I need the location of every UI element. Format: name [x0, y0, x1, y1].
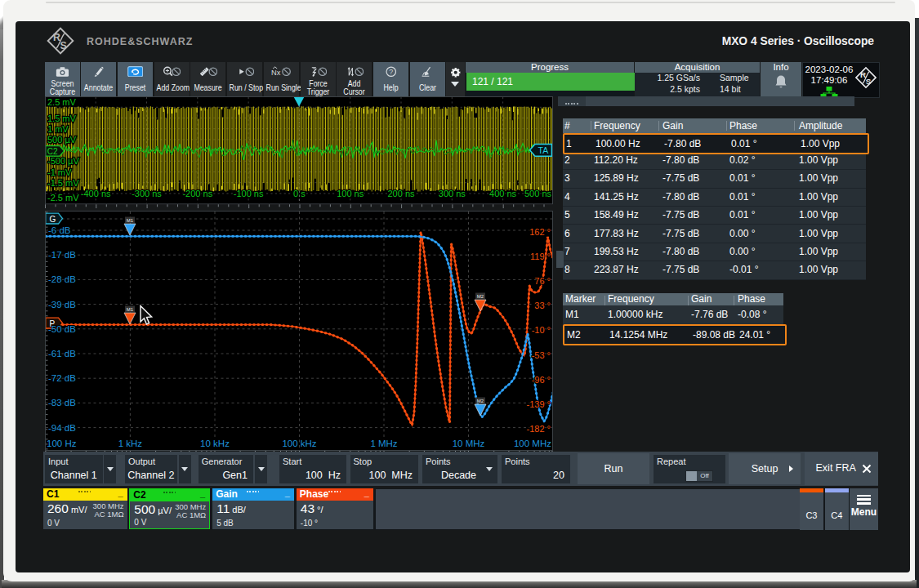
svg-text:-72 dB: -72 dB: [48, 373, 76, 383]
svg-text:400 ns: 400 ns: [489, 189, 517, 198]
svg-text:1 MHz: 1 MHz: [370, 439, 397, 448]
svg-text:500 ns: 500 ns: [524, 189, 552, 198]
svg-text:2.5 mV: 2.5 mV: [47, 96, 77, 106]
svg-text:100 Hz: 100 Hz: [47, 439, 77, 448]
svg-text:-94 dB: -94 dB: [48, 423, 76, 433]
svg-text:G: G: [50, 215, 56, 224]
svg-text:-200 ns: -200 ns: [182, 189, 212, 198]
svg-text:M1: M1: [127, 218, 134, 223]
svg-text:100 MHz: 100 MHz: [514, 439, 551, 448]
svg-text:M2: M2: [477, 294, 484, 299]
svg-text:-400 ns: -400 ns: [81, 189, 111, 198]
svg-text:C2: C2: [47, 146, 58, 155]
svg-text:0 s: 0 s: [293, 189, 306, 198]
svg-text:1 mV: 1 mV: [47, 123, 69, 133]
svg-text:-96 °: -96 °: [532, 375, 551, 385]
svg-text:-83 dB: -83 dB: [48, 398, 76, 408]
svg-text:10 MHz: 10 MHz: [453, 439, 485, 448]
svg-text:-139 °: -139 °: [527, 399, 551, 409]
svg-text:100 ns: 100 ns: [337, 189, 364, 198]
svg-text:-182 °: -182 °: [527, 424, 551, 434]
svg-text:M1: M1: [127, 307, 134, 312]
svg-text:-39 dB: -39 dB: [48, 300, 76, 310]
svg-text:200 ns: 200 ns: [387, 189, 415, 198]
svg-text:-1 mV: -1 mV: [47, 167, 72, 176]
svg-text:-10 °: -10 °: [532, 325, 551, 335]
svg-text:Nx: Nx: [271, 68, 281, 76]
svg-text:-100 ns: -100 ns: [234, 189, 264, 198]
svg-text:-500 µV: -500 µV: [47, 156, 79, 166]
svg-text:500 µV: 500 µV: [47, 135, 77, 145]
svg-text:-6 dB: -6 dB: [48, 225, 71, 235]
svg-text:-61 dB: -61 dB: [48, 349, 76, 359]
svg-text:100 kHz: 100 kHz: [282, 439, 316, 448]
svg-text:M2: M2: [477, 399, 484, 403]
svg-text:-50 dB: -50 dB: [48, 324, 76, 334]
svg-text:1.5 mV: 1.5 mV: [47, 113, 77, 122]
svg-text:10 kHz: 10 kHz: [200, 439, 230, 448]
svg-text:300 ns: 300 ns: [439, 189, 466, 198]
svg-text:119 °: 119 °: [530, 252, 551, 261]
svg-text:162 °: 162 °: [529, 227, 551, 237]
svg-text:S: S: [866, 77, 872, 86]
svg-text:-53 °: -53 °: [532, 350, 551, 360]
svg-text:-17 dB: -17 dB: [48, 250, 76, 260]
svg-text:-28 dB: -28 dB: [48, 274, 76, 284]
svg-text:33 °: 33 °: [534, 301, 551, 310]
svg-text:R: R: [860, 70, 866, 79]
svg-text:?: ?: [389, 68, 393, 76]
svg-text:-1.5 mV: -1.5 mV: [47, 177, 79, 187]
svg-text:TA: TA: [538, 145, 549, 155]
svg-text:-2.5 mV: -2.5 mV: [47, 192, 79, 202]
svg-text:76 °: 76 °: [534, 276, 551, 286]
svg-text:1 kHz: 1 kHz: [118, 439, 143, 448]
svg-text:-300 ns: -300 ns: [132, 189, 162, 198]
